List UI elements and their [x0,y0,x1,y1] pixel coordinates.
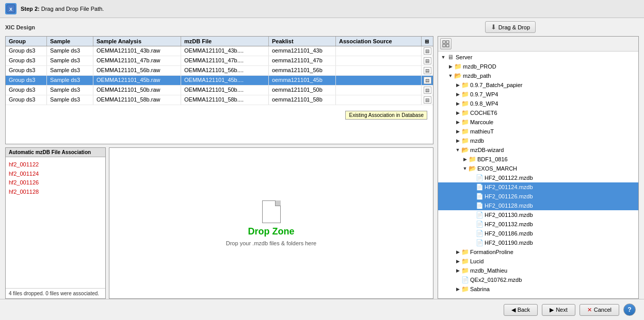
table-row[interactable]: Group ds3 Sample ds3 OEMMA121101_58b.raw… [6,95,433,105]
tree-label: mzdb_path [463,73,491,79]
tree-label: mzdb_PROD [463,63,496,70]
auto-assoc-body: hf2_001122 hf2_001124 hf2_001126 hf2_001… [6,157,105,288]
no-expand [469,184,475,190]
tree-node[interactable]: ▶ 📁 0.9.7_WP4 [438,90,638,99]
tree-node-server[interactable]: ▼ 🖥 Server [438,53,638,62]
auto-assoc-title: Automatic mzDB File Association [6,148,105,157]
help-button[interactable]: ? [623,304,636,316]
expand-icon: ▶ [455,138,461,144]
tree-node-file[interactable]: 📄 HF2_001130.mzdb [438,210,638,220]
tree-node[interactable]: ▶ 📁 mathieuT [438,127,638,136]
back-button[interactable]: ◀ Back [504,304,538,316]
tree-label: HF2_001126.mzdb [485,193,533,199]
bottom-left-panels: Automatic mzDB File Association hf2_0011… [5,147,433,299]
tree-node-file[interactable]: 📄 HF2_001190.mzdb [438,238,638,247]
tree-label: 0.9.7_WP4 [470,91,498,97]
expand-icon: ▶ [455,119,461,125]
tree-node-file[interactable]: 📄 QEx2_010762.mzdb [438,275,638,284]
expand-icon: ▶ [462,156,468,162]
tree-container[interactable]: ▼ 🖥 Server ▶ 📁 mzdb_PROD ▼ 📂 mzdb_path [438,52,638,298]
svg-rect-3 [446,41,449,43]
drop-zone-title: Drop Zone [248,226,295,237]
col-assoc: Association Source [336,37,422,46]
file-icon: 📄 [461,276,469,284]
cancel-button[interactable]: ✕ Cancel [579,304,619,316]
file-icon: 📄 [475,229,484,238]
drag-drop-button[interactable]: ⬇ Drag & Drop [485,21,536,33]
tree-node-file[interactable]: 📄 HF2_001132.mzdb [438,220,638,229]
expand-icon: ▶ [455,267,461,274]
drop-zone-panel[interactable]: Drop Zone Drop your .mzdb files & folder… [109,147,433,299]
tree-node[interactable]: ▶ 📁 Marcoule [438,117,638,127]
tree-label: FormationProline [470,249,513,255]
tree-label: HF2_001128.mzdb [485,203,533,209]
file-icon: 📄 [475,211,484,219]
cancel-icon: ✕ [587,307,592,313]
table-row[interactable]: Group ds3 Sample ds3 OEMMA121101_47b.raw… [6,56,433,66]
table-row[interactable]: Group ds3 Sample ds3 OEMMA121101_50b.raw… [6,86,433,95]
tree-label: BDF1_0816 [477,156,508,162]
expand-icon: ▶ [447,63,454,70]
tree-node-file[interactable]: 📄 HF2_001122.mzdb [438,173,638,182]
tree-node[interactable]: ▶ 📁 COCHET6 [438,108,638,117]
expand-icon: ▶ [455,91,461,97]
tree-node[interactable]: ▶ 📁 Sabrina [438,284,638,294]
table-row-selected[interactable]: Group ds3 Sample ds3 OEMMA121101_45b.raw… [6,76,433,86]
expand-icon: ▶ [455,110,461,116]
header: X Step 2: Drag and Drop File Path. [0,0,644,18]
tree-node-file-selected[interactable]: 📄 HF2_001124.mzdb [438,182,638,192]
tree-node-file-selected[interactable]: 📄 HF2_001126.mzdb [438,192,638,201]
tree-label: HF2_001186.mzdb [485,230,533,237]
folder-icon: 📁 [461,118,469,126]
tree-node[interactable]: ▶ 📁 mzdb_Mathieu [438,266,638,275]
folder-icon: 📁 [461,127,469,136]
table-body: Group ds3 Sample ds3 OEMMA121101_43b.raw… [6,46,433,144]
svg-text:X: X [9,7,12,12]
tree-node[interactable]: ▶ 📁 BDF1_0816 [438,155,638,164]
file-icon: 📄 [475,239,484,247]
expand-icon: ▶ [455,100,461,107]
tree-node[interactable]: ▼ 📂 mzDB-wizard [438,145,638,155]
tree-node[interactable]: ▼ 📂 mzdb_path [438,71,638,80]
tree-label: HF2_001130.mzdb [485,212,533,218]
tree-label: COCHET6 [470,110,497,116]
table-header: Group Sample Sample Analysis mzDB File P… [6,37,433,46]
folder-icon: 📁 [461,257,469,265]
file-icon: 📄 [475,220,484,228]
next-button[interactable]: ▶ Next [542,304,575,316]
drop-zone-file-icon [262,200,281,223]
sample-table: Group Sample Sample Analysis mzDB File P… [5,36,433,144]
table-row[interactable]: Group ds3 Sample ds3 OEMMA121101_56b.raw… [6,66,433,76]
tree-node[interactable]: ▼ 📂 EXOS_MARCH [438,164,638,173]
main-window: X Step 2: Drag and Drop File Path. XIC D… [0,0,644,320]
file-icon: 📄 [475,183,484,191]
tree-label: Sabrina [470,286,490,292]
tree-node[interactable]: ▶ 📁 mzdb [438,136,638,145]
step-label: Step 2: Drag and Drop File Path. [21,6,104,12]
tree-node-file[interactable]: 📄 HF2_001186.mzdb [438,229,638,238]
expand-icon: ▶ [455,249,461,255]
expand-icon: ▼ [462,165,468,172]
tree-node[interactable]: ▶ 📁 mzdb_PROD [438,62,638,71]
table-row[interactable]: Group ds3 Sample ds3 OEMMA121101_43b.raw… [6,46,433,56]
assoc-item: hf2_001122 [9,160,102,170]
tree-node[interactable]: ▶ 📁 FormationProline [438,247,638,257]
tree-collapse-btn[interactable] [440,38,452,49]
folder-icon: 📁 [461,90,469,98]
tree-node[interactable]: ▶ 📁 Lucid [438,257,638,266]
expand-icon: ▶ [455,82,461,88]
folder-icon: 📁 [461,109,469,117]
tree-node[interactable]: ▶ 📁 0.9.8_WP4 [438,99,638,108]
tree-label: HF2_001132.mzdb [485,221,533,227]
assoc-item: hf2_001124 [9,170,102,179]
no-expand [469,203,475,209]
tree-node[interactable]: ▶ 📁 0.9.7_Batch4_papier [438,80,638,90]
no-expand [469,230,475,237]
tree-node-file-selected[interactable]: 📄 HF2_001128.mzdb [438,201,638,210]
app-icon: X [5,3,17,14]
expand-icon: ▼ [447,73,454,79]
collapse-icon [442,40,449,47]
server-icon: 🖥 [446,53,455,61]
tree-node-label: Server [456,54,472,60]
col-mzdb: mzDB File [181,37,269,46]
